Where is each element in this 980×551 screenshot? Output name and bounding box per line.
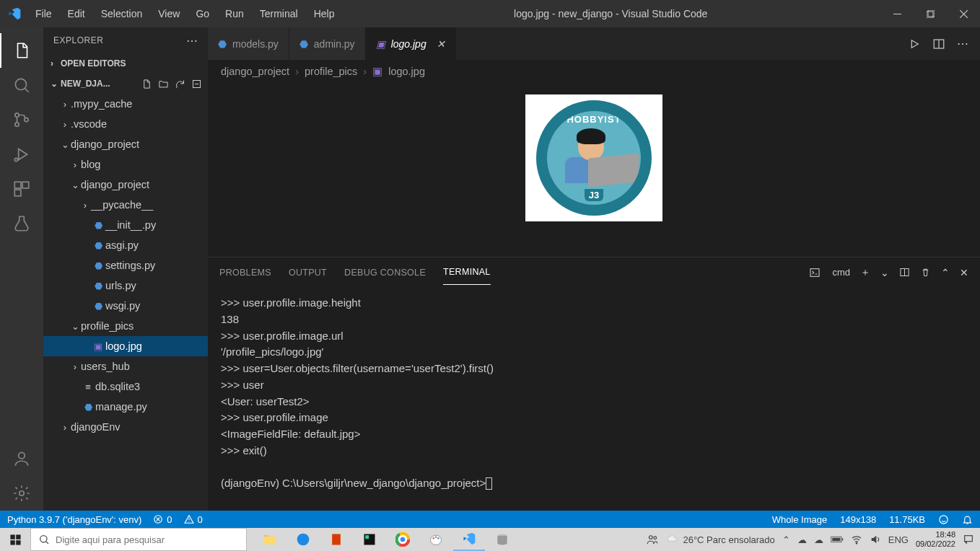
- tree-item-urls-py[interactable]: ⬣urls.py: [43, 276, 208, 296]
- svg-point-45: [856, 543, 857, 544]
- terminal-dropdown-icon[interactable]: ⌄: [880, 267, 889, 278]
- taskbar-chrome[interactable]: [387, 528, 419, 551]
- kill-terminal-icon[interactable]: [920, 267, 931, 278]
- maximize-panel-icon[interactable]: ⌃: [941, 267, 950, 278]
- tree-item-profile-pics[interactable]: ⌄profile_pics: [43, 316, 208, 336]
- svg-point-3: [15, 79, 26, 89]
- tree-item-logo-jpg[interactable]: ▣logo.jpg: [43, 336, 208, 356]
- taskbar-battery-icon[interactable]: [831, 535, 844, 544]
- taskbar-search[interactable]: [30, 528, 247, 551]
- maximize-button[interactable]: [914, 0, 947, 27]
- menu-terminal[interactable]: Terminal: [253, 6, 305, 22]
- taskbar-cloud-icon[interactable]: ☁: [814, 534, 823, 545]
- tree-item--mypy-cache[interactable]: ›.mypy_cache: [43, 94, 208, 114]
- refresh-icon[interactable]: [175, 79, 185, 89]
- sidebar-more-icon[interactable]: ⋯: [186, 34, 198, 48]
- tree-item-label: blog: [81, 159, 100, 170]
- close-button[interactable]: [947, 0, 980, 27]
- activity-settings[interactable]: [0, 476, 43, 511]
- taskbar-wifi-icon[interactable]: [851, 534, 862, 545]
- taskbar-onedrive-icon[interactable]: ☁: [797, 534, 807, 545]
- menu-edit[interactable]: Edit: [61, 6, 92, 22]
- activity-source-control[interactable]: [0, 102, 43, 137]
- new-file-icon[interactable]: [141, 79, 152, 89]
- svg-rect-24: [264, 537, 276, 545]
- taskbar-people-icon[interactable]: [646, 533, 659, 546]
- panel-tab-problems[interactable]: PROBLEMS: [219, 260, 271, 285]
- collapse-icon[interactable]: [191, 79, 202, 89]
- tab-logo[interactable]: ▣logo.jpg✕: [366, 27, 456, 60]
- python-icon: ⬣: [218, 38, 227, 50]
- close-icon[interactable]: ✕: [437, 38, 445, 50]
- minimize-button[interactable]: [880, 0, 914, 27]
- panel-tab-output[interactable]: OUTPUT: [289, 260, 327, 285]
- more-icon[interactable]: ⋯: [957, 37, 968, 50]
- menu-selection[interactable]: Selection: [95, 6, 149, 22]
- taskbar-edge[interactable]: [287, 528, 319, 551]
- tree-item---pycache--[interactable]: ›__pycache__: [43, 195, 208, 215]
- tree-item-django-project[interactable]: ⌄django_project: [43, 134, 208, 154]
- tree-item-db-sqlite3[interactable]: ≡db.sqlite3: [43, 376, 208, 397]
- close-panel-icon[interactable]: ✕: [960, 267, 968, 278]
- tree-item-users-hub[interactable]: ›users_hub: [43, 356, 208, 376]
- split-terminal-icon[interactable]: [899, 267, 910, 278]
- status-python[interactable]: Python 3.9.7 ('djangoEnv': venv): [7, 514, 141, 525]
- tree-item--vscode[interactable]: ›.vscode: [43, 114, 208, 134]
- tree-item-blog[interactable]: ›blog: [43, 154, 208, 175]
- tree-item-manage-py[interactable]: ⬣manage.py: [43, 397, 208, 417]
- status-bell-icon[interactable]: [962, 514, 973, 525]
- shell-name[interactable]: cmd: [832, 267, 850, 278]
- tree-item---init---py[interactable]: ⬣__init__.py: [43, 215, 208, 235]
- activity-search[interactable]: [0, 68, 43, 102]
- terminal-output[interactable]: >>> user.profile.image.height 138 >>> us…: [208, 288, 980, 511]
- activity-run-debug[interactable]: [0, 137, 43, 172]
- start-button[interactable]: [0, 528, 30, 551]
- menu-go[interactable]: Go: [189, 6, 216, 22]
- activity-accounts[interactable]: [0, 441, 43, 476]
- menu-help[interactable]: Help: [307, 6, 341, 22]
- new-folder-icon[interactable]: [158, 79, 169, 89]
- panel-tab-debug-console[interactable]: DEBUG CONSOLE: [344, 260, 426, 285]
- tree-item-settings-py[interactable]: ⬣settings.py: [43, 255, 208, 276]
- tree-item-django-project[interactable]: ⌄django_project: [43, 175, 208, 195]
- taskbar-explorer[interactable]: [254, 528, 286, 551]
- workspace-folder-header[interactable]: ⌄ NEW_DJA...: [43, 74, 208, 94]
- tree-item-label: django_project: [81, 179, 149, 190]
- taskbar-lang[interactable]: ENG: [888, 534, 909, 545]
- status-whole-image[interactable]: Whole Image: [772, 514, 828, 525]
- new-terminal-icon[interactable]: ＋: [860, 266, 870, 279]
- taskbar-weather[interactable]: 26°C Parc ensolarado: [666, 533, 774, 546]
- tree-item-wsgi-py[interactable]: ⬣wsgi.py: [43, 296, 208, 316]
- taskbar-tray-chevron[interactable]: ⌃: [782, 534, 790, 545]
- tab-admin[interactable]: ⬣admin.py: [289, 27, 366, 60]
- menu-file[interactable]: File: [29, 6, 58, 22]
- taskbar-pycharm[interactable]: [354, 528, 385, 551]
- taskbar-vscode[interactable]: [453, 528, 485, 551]
- breadcrumb[interactable]: django_project› profile_pics› ▣ logo.jpg: [208, 60, 980, 83]
- shell-icon[interactable]: [809, 267, 821, 278]
- menu-view[interactable]: View: [152, 6, 186, 22]
- taskbar-paint[interactable]: [420, 528, 452, 551]
- status-feedback-icon[interactable]: [938, 514, 949, 525]
- status-warnings[interactable]: 0: [184, 514, 203, 525]
- svg-point-37: [437, 537, 439, 539]
- tree-item-label: django_project: [71, 138, 139, 150]
- taskbar-db[interactable]: [486, 528, 518, 551]
- activity-explorer[interactable]: [0, 33, 43, 68]
- run-icon[interactable]: [908, 38, 921, 50]
- taskbar-notifications-icon[interactable]: [963, 534, 974, 545]
- tab-models[interactable]: ⬣models.py: [208, 27, 289, 60]
- search-input[interactable]: [56, 534, 239, 545]
- activity-extensions[interactable]: [0, 172, 43, 206]
- taskbar-office[interactable]: [320, 528, 352, 551]
- tree-item-asgi-py[interactable]: ⬣asgi.py: [43, 235, 208, 255]
- status-errors[interactable]: 0: [153, 514, 172, 525]
- taskbar-clock[interactable]: 18:48 09/02/2022: [916, 530, 955, 549]
- panel-tab-terminal[interactable]: TERMINAL: [443, 260, 491, 285]
- taskbar-volume-icon[interactable]: [870, 534, 881, 545]
- menu-run[interactable]: Run: [219, 6, 250, 22]
- split-editor-icon[interactable]: [932, 38, 945, 50]
- open-editors-section[interactable]: ›OPEN EDITORS: [43, 53, 208, 74]
- tree-item-djangoenv[interactable]: ›djangoEnv: [43, 417, 208, 437]
- activity-testing[interactable]: [0, 206, 43, 241]
